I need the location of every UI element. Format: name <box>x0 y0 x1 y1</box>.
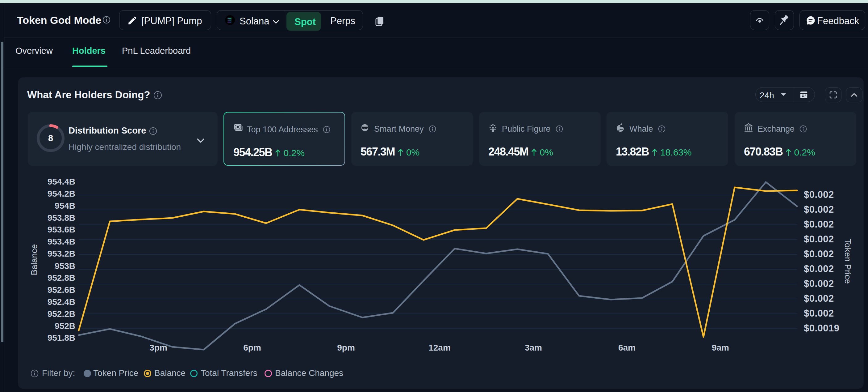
svg-text:953.8B: 953.8B <box>48 213 75 223</box>
svg-text:8: 8 <box>48 133 53 143</box>
svg-text:$0.002: $0.002 <box>804 189 834 200</box>
svg-text:954B: 954B <box>55 201 75 211</box>
svg-text:$0.002: $0.002 <box>804 219 834 230</box>
svg-text:954.2B: 954.2B <box>48 189 75 198</box>
svg-text:952.2B: 952.2B <box>48 309 75 319</box>
svg-text:9pm: 9pm <box>337 343 355 353</box>
svg-text:Token Price: Token Price <box>843 239 852 284</box>
svg-text:12am: 12am <box>429 343 451 353</box>
svg-text:$0.002: $0.002 <box>804 278 834 289</box>
svg-text:952.8B: 952.8B <box>48 273 75 283</box>
svg-text:$0.002: $0.002 <box>804 249 834 259</box>
svg-text:952.6B: 952.6B <box>48 285 75 295</box>
svg-text:6pm: 6pm <box>243 343 261 353</box>
svg-text:953.6B: 953.6B <box>48 225 75 234</box>
svg-text:954.4B: 954.4B <box>48 177 75 187</box>
svg-text:6am: 6am <box>618 343 636 353</box>
svg-text:$0.002: $0.002 <box>804 308 834 319</box>
svg-text:952.4B: 952.4B <box>48 297 75 307</box>
svg-text:$0.002: $0.002 <box>804 263 834 274</box>
svg-text:951.8B: 951.8B <box>48 333 75 342</box>
svg-text:Balance: Balance <box>29 244 39 275</box>
svg-text:$0.0019: $0.0019 <box>804 323 840 334</box>
svg-text:953.4B: 953.4B <box>48 237 75 246</box>
svg-text:952B: 952B <box>55 321 75 331</box>
svg-text:$0.002: $0.002 <box>804 293 834 304</box>
svg-text:953.2B: 953.2B <box>48 249 75 258</box>
svg-text:3am: 3am <box>525 343 542 353</box>
svg-text:9am: 9am <box>712 343 729 353</box>
svg-text:953B: 953B <box>55 261 75 271</box>
svg-text:$0.002: $0.002 <box>804 234 834 245</box>
svg-text:$0.002: $0.002 <box>804 204 834 215</box>
